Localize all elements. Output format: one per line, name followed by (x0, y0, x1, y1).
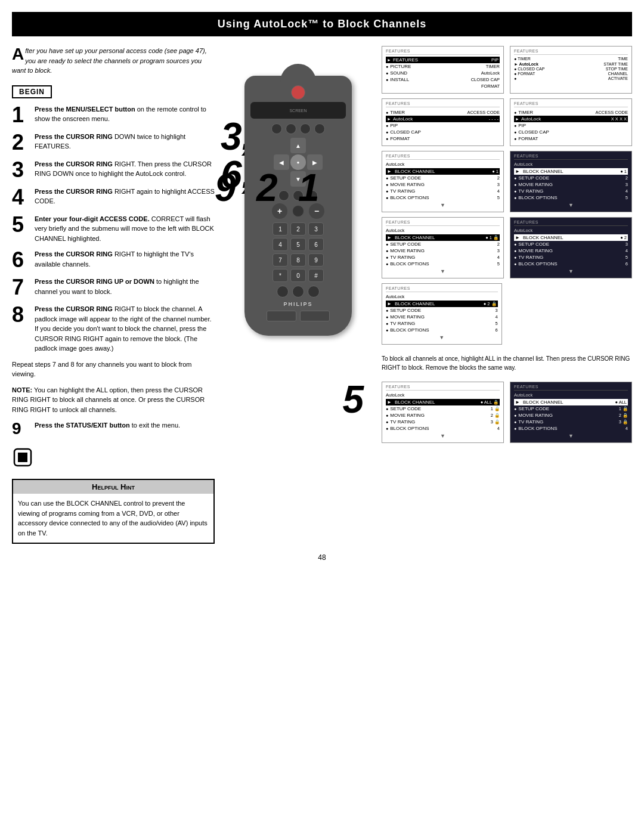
panel-3a-title: FEATURES (386, 154, 500, 160)
step-4-number: 4 (12, 187, 30, 208)
panels-row-3: FEATURES AutoLock ► BLOCK CHANNEL ● 1 ● … (382, 151, 632, 212)
intro-text: A fter you have set up your personal acc… (12, 46, 215, 76)
panel-bl-autolock: AutoLock (386, 392, 500, 398)
middle-column: 3,4, 6,8 SCREEN ▲ (227, 46, 370, 544)
num-btn-2[interactable]: 2 (290, 222, 306, 236)
dash-val: - - - - (489, 116, 499, 122)
step-5-bold: Enter your four-digit ACCESS CODE. (35, 215, 150, 222)
panel-5-setup-code: ● SETUP CODE 3 (386, 307, 498, 314)
panel-5: FEATURES AutoLock ► BLOCK CHANNEL ● 2 🔒 … (382, 283, 502, 345)
power-button[interactable] (291, 85, 305, 100)
panel-2b-autolock: ► AutoLock X X X X (514, 116, 628, 122)
panel-5-down-arrow: ▼ (386, 333, 498, 342)
step-3: 3 Press the CURSOR RING RIGHT. Then pres… (12, 159, 215, 181)
panel-4a-autolock-label: AutoLock (386, 228, 500, 233)
remote-power-row (250, 85, 346, 100)
step-2-bold: Press the CURSOR RING (35, 133, 113, 140)
step-5: 5 Enter your four-digit ACCESS CODE. COR… (12, 214, 215, 244)
num-btn-0[interactable]: 0 (290, 269, 306, 282)
x-val: X X X X (611, 116, 627, 122)
panel-4a-setup-code: ● SETUP CODE 2 (386, 241, 500, 247)
num-btn-7[interactable]: 7 (273, 253, 288, 267)
panel-2b-timer: ● TIMER ACCESS CODE (514, 109, 628, 116)
intro-big-letter: A (12, 46, 24, 63)
step-7: 7 Press the CURSOR RING UP or DOWN to hi… (12, 277, 215, 298)
panel-br-title: FEATURES (514, 385, 628, 391)
remote-btn-4[interactable] (314, 123, 325, 134)
panel-1a-item-picture: ● PICTURE TIMER (386, 63, 500, 70)
panel-2a-pip: ● PIP (386, 122, 500, 129)
step-4: 4 Press the CURSOR RING RIGHT again to h… (12, 187, 215, 208)
panel-4a-block-channel: ► BLOCK CHANNEL ● 1 🔒 (386, 234, 500, 241)
step-5-content: Enter your four-digit ACCESS CODE. CORRE… (35, 214, 215, 244)
num-btn-9[interactable]: 9 (308, 253, 324, 267)
num-btn-8[interactable]: 8 (290, 253, 306, 267)
bottom-note-text: To block all channels at once, highlight… (382, 355, 630, 371)
num-btn-4[interactable]: 4 (273, 238, 288, 251)
panel-3a: FEATURES AutoLock ► BLOCK CHANNEL ● 1 ● … (382, 151, 504, 212)
step-8: 8 Press the CURSOR RING RIGHT to block t… (12, 304, 215, 354)
step-6-number: 6 (12, 249, 30, 271)
num-btn-1[interactable]: 1 (273, 222, 288, 236)
panel-bl-down: ▼ (386, 432, 500, 440)
num-btn-3[interactable]: 3 (308, 222, 324, 236)
panel-bottom-right: FEATURES AutoLock ► BLOCK CHANNEL ● ALL … (510, 382, 632, 443)
rect-btn-1[interactable] (267, 311, 296, 321)
dpad-up[interactable]: ▲ (290, 138, 306, 153)
num-btn-5[interactable]: 5 (290, 238, 306, 251)
remote-top-curve (280, 64, 316, 82)
panel-1b-timer-row: ● TIMER TIME (514, 57, 628, 61)
remote-bottom-btn-1[interactable] (277, 286, 289, 298)
panels-row-1: FEATURES ► FEATURES PIP ● PICTURE TIMER … (382, 46, 632, 94)
step-9-text: to exit the menu. (132, 422, 180, 429)
step-4-bold: Press the CURSOR RING (35, 188, 113, 195)
remote-btn-1[interactable] (271, 123, 282, 134)
hint-content: You can use the BLOCK CHANNEL control to… (13, 494, 213, 543)
step-7-number: 7 (12, 277, 30, 298)
step-2-number: 2 (12, 132, 30, 153)
rect-btn-2[interactable] (300, 311, 330, 321)
panel-4a-down-arrow: ▼ (386, 267, 500, 275)
panel-5-tv-rating: ● TV RATING 5 (386, 320, 498, 327)
panel-3b-tv-rating: ● TV RATING 4 (514, 188, 628, 194)
panels-row-4: FEATURES AutoLock ► BLOCK CHANNEL ● 1 🔒 … (382, 217, 632, 278)
panel-bl-block-channel: ► BLOCK CHANNEL ● ALL 🔒 (386, 399, 500, 405)
panel-5-autolock-label: AutoLock (386, 294, 498, 299)
remote-rect-btns (250, 311, 346, 321)
panel-3b-autolock-label: AutoLock (514, 162, 628, 167)
remote-bottom-btn-3[interactable] (308, 286, 320, 298)
remote-screen: SCREEN (250, 102, 346, 119)
num-btn-star[interactable]: * (273, 269, 288, 282)
panel-1b-title: FEATURES (514, 49, 628, 55)
panel-4b-title: FEATURES (514, 220, 628, 226)
repeat-note-text: Repeat steps 7 and 8 for any channels yo… (12, 361, 191, 378)
panel-4b: FEATURES AutoLock ► BLOCK CHANNEL ● 2 ● … (510, 217, 632, 278)
step-8-number: 8 (12, 304, 30, 326)
step-9-bold: Press the STATUS/EXIT button (35, 422, 130, 429)
panel-1a-item-install: ● INSTALL CLOSED CAP (386, 76, 500, 83)
panel-3b-setup-code: ● SETUP CODE 2 (514, 175, 628, 181)
remote-btn-3[interactable] (300, 123, 311, 134)
stop-svg (12, 447, 33, 468)
panel-5-block-channel: ► BLOCK CHANNEL ● 2 🔒 (386, 301, 498, 307)
panel-bottom-left: FEATURES AutoLock ► BLOCK CHANNEL ● ALL … (382, 382, 504, 443)
remote-mid-btn-1[interactable] (278, 190, 289, 201)
step-4-content: Press the CURSOR RING RIGHT again to hig… (35, 187, 215, 206)
panel-3a-setup-code: ● SETUP CODE 2 (386, 175, 500, 181)
panel-br-movie-rating: ● MOVIE RATING 2 🔒 (514, 412, 628, 419)
num-btn-hash[interactable]: # (308, 269, 324, 282)
page-number: 48 (12, 553, 632, 562)
panel-1b: FEATURES ● TIMER TIME ► AutoLock START T… (510, 46, 632, 94)
panel-1b-autolock-row: ► AutoLock START TIME (514, 62, 628, 66)
remote-btn-2[interactable] (286, 123, 296, 134)
panel-1a-title: FEATURES (386, 49, 500, 55)
panel-2a-closed-cap: ● CLOSED CAP (386, 129, 500, 135)
remote-bottom-btn-2[interactable] (292, 286, 304, 298)
big-num-1: 1 (298, 169, 320, 207)
panel-2b-closed-cap: ● CLOSED CAP (514, 129, 628, 135)
panels-row-bottom: FEATURES AutoLock ► BLOCK CHANNEL ● ALL … (382, 382, 632, 443)
panel-bl-setup-code: ● SETUP CODE 1 🔒 (386, 405, 500, 412)
panel-bl-tv-rating: ● TV RATING 3 🔒 (386, 419, 500, 425)
panel-br-block-options: ● BLOCK OPTIONS 4 (514, 425, 628, 432)
num-btn-6[interactable]: 6 (308, 238, 324, 251)
